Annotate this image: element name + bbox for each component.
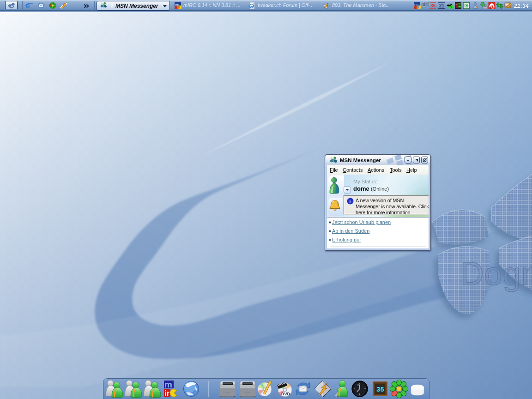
svg-text:i: i	[350, 199, 351, 204]
svg-text:1: 1	[450, 5, 453, 9]
svg-text:35: 35	[430, 3, 436, 8]
svg-text:21: 21	[439, 3, 445, 8]
svg-text:Dogma: Dogma	[460, 256, 532, 292]
